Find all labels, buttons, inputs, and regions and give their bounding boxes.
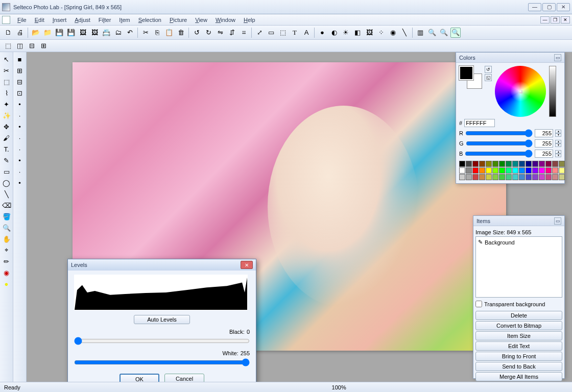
rotate-left-icon[interactable]: ↺ — [192, 28, 202, 38]
b-input[interactable] — [535, 150, 553, 158]
palette-swatch[interactable] — [539, 161, 545, 167]
palette-swatch[interactable] — [519, 167, 525, 174]
palette-swatch[interactable] — [486, 167, 492, 174]
brush-dot2[interactable]: · — [14, 110, 26, 120]
font-icon[interactable]: A — [301, 28, 312, 38]
palette-swatch[interactable] — [512, 167, 518, 174]
shape-square-icon[interactable]: ■ — [14, 54, 26, 64]
hex-input[interactable] — [464, 119, 495, 127]
items-list[interactable]: ✎ Background — [475, 236, 562, 298]
b-dn[interactable]: ▾ — [555, 154, 561, 157]
text-tool-icon[interactable]: T — [290, 28, 300, 38]
g-dn[interactable]: ▾ — [555, 143, 561, 147]
menu-filter[interactable]: Filter — [94, 16, 115, 24]
eye-tool[interactable]: ◉ — [1, 267, 12, 278]
browse-icon[interactable]: 🗂 — [113, 28, 123, 38]
saveas-icon[interactable]: 💾 — [66, 28, 76, 38]
zoom-fit-icon[interactable]: 🔍 — [439, 28, 449, 38]
palette-swatch[interactable] — [459, 167, 465, 174]
palette-swatch[interactable] — [499, 174, 505, 180]
undo-icon[interactable]: ↶ — [125, 28, 135, 38]
copy-icon[interactable]: ⎘ — [152, 28, 162, 38]
itemsize-button[interactable]: Item Size — [475, 331, 562, 340]
image-icon[interactable]: 🖼 — [364, 28, 374, 38]
lasso-tool[interactable]: ⌇ — [1, 88, 12, 98]
palette-swatch[interactable] — [479, 161, 485, 167]
transparent-checkbox[interactable] — [475, 301, 482, 307]
palette-swatch[interactable] — [479, 174, 485, 180]
sel-inverse-icon[interactable]: ◫ — [15, 41, 25, 51]
import-icon[interactable]: 🖼 — [89, 28, 100, 38]
menu-file[interactable]: File — [13, 16, 31, 24]
sel-shrink-icon[interactable]: ⊟ — [27, 41, 37, 51]
palette-swatch[interactable] — [545, 167, 552, 174]
palette-swatch[interactable] — [532, 161, 538, 167]
menu-insert[interactable]: Insert — [49, 16, 71, 24]
menu-help[interactable]: Help — [240, 16, 259, 24]
palette-swatch[interactable] — [486, 174, 492, 180]
items-header[interactable]: Items ▭ — [473, 216, 564, 226]
r-input[interactable] — [535, 129, 553, 137]
palette-swatch[interactable] — [492, 161, 498, 167]
line-tool[interactable]: ╲ — [1, 189, 12, 199]
merge-button[interactable]: Merge All Items — [475, 372, 562, 381]
shape-sub-icon[interactable]: ⊟ — [14, 77, 26, 87]
zoom-out-icon[interactable]: 🔍 — [427, 28, 437, 38]
palette-swatch[interactable] — [492, 167, 498, 174]
ok-button[interactable]: OK — [120, 374, 159, 382]
palette-swatch[interactable] — [492, 174, 498, 180]
fill-tool[interactable]: 🪣 — [1, 211, 12, 222]
color-wheel[interactable] — [495, 66, 546, 117]
menu-view[interactable]: View — [191, 16, 211, 24]
ellipse-tool[interactable]: ◯ — [1, 178, 12, 188]
brush-dot3[interactable]: • — [14, 121, 26, 132]
brush-dot8[interactable]: • — [14, 178, 26, 188]
palette-swatch[interactable] — [512, 161, 518, 167]
r-up[interactable]: ▴ — [555, 130, 561, 133]
levels-close-icon[interactable]: ✕ — [241, 261, 253, 269]
swap-colors-icon[interactable]: ↺ — [485, 66, 492, 73]
front-button[interactable]: Bring to Front — [475, 352, 562, 361]
cut-icon[interactable]: ✂ — [140, 28, 151, 38]
palette-swatch[interactable] — [459, 161, 465, 167]
canvas-viewport[interactable]: Colors ▭ ↺ ◱ # — [27, 52, 572, 382]
palette-swatch[interactable] — [519, 174, 525, 180]
palette-swatch[interactable] — [499, 167, 505, 174]
menu-picture[interactable]: Picture — [165, 16, 191, 24]
menu-window[interactable]: Window — [211, 16, 240, 24]
eyedropper-tool[interactable]: ✎ — [1, 155, 12, 165]
shape-add-icon[interactable]: ⊞ — [14, 65, 26, 76]
brush-dot4[interactable]: ∙ — [14, 133, 26, 143]
palette-swatch[interactable] — [519, 161, 525, 167]
black-slider[interactable] — [74, 337, 250, 345]
clone-tool[interactable]: ⌖ — [1, 245, 12, 255]
maximize-button[interactable]: ▢ — [542, 3, 556, 11]
open-icon[interactable]: 📂 — [31, 28, 41, 38]
palette-swatch[interactable] — [545, 161, 552, 167]
menu-edit[interactable]: Edit — [31, 16, 49, 24]
palette-swatch[interactable] — [472, 174, 479, 180]
colors-header[interactable]: Colors ▭ — [456, 53, 564, 63]
palette-swatch[interactable] — [472, 167, 479, 174]
white-slider[interactable] — [74, 358, 250, 366]
palette-swatch[interactable] — [552, 161, 558, 167]
b-up[interactable]: ▴ — [555, 150, 561, 154]
paste-icon[interactable]: 📋 — [164, 28, 174, 38]
brush-dot1[interactable]: • — [14, 99, 26, 109]
palette-swatch[interactable] — [479, 167, 485, 174]
highlight-tool[interactable]: ● — [1, 279, 12, 289]
selection-tool-icon[interactable]: ⬚ — [278, 28, 288, 38]
palette-swatch[interactable] — [459, 174, 465, 180]
eraser-tool[interactable]: ⌫ — [1, 200, 12, 210]
mdi-close[interactable]: ✕ — [561, 16, 570, 23]
brush-dot7[interactable]: · — [14, 166, 26, 177]
palette-swatch[interactable] — [499, 161, 505, 167]
back-button[interactable]: Send to Back — [475, 362, 562, 371]
marquee-tool[interactable]: ⬚ — [1, 77, 12, 87]
palette-swatch[interactable] — [506, 167, 512, 174]
export-icon[interactable]: 🖼 — [78, 28, 88, 38]
minimize-button[interactable]: — — [528, 3, 541, 11]
mdi-minimize[interactable]: — — [540, 16, 550, 23]
palette-swatch[interactable] — [559, 174, 565, 180]
close-button[interactable]: ✕ — [557, 3, 570, 11]
